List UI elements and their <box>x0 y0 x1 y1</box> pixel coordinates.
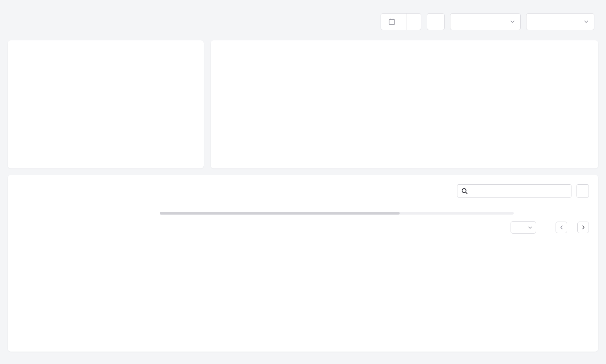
chevron-left-icon <box>560 225 563 230</box>
prev-page-button[interactable] <box>556 222 567 233</box>
date-range-control <box>381 13 421 30</box>
granularity-button[interactable] <box>427 13 445 30</box>
store-select[interactable] <box>450 13 521 30</box>
charts-row <box>8 40 598 168</box>
bar-chart <box>17 70 194 83</box>
table-horizontal-scrollbar <box>17 212 589 215</box>
trend-line-chart-card <box>211 40 598 168</box>
metric-select[interactable] <box>526 13 594 30</box>
filter-search-input[interactable] <box>471 188 567 194</box>
period-button[interactable] <box>381 14 407 30</box>
chevron-down-icon <box>528 226 532 229</box>
rows-per-page-select[interactable] <box>511 221 536 234</box>
calendar-icon <box>388 18 396 26</box>
line-chart <box>220 51 543 146</box>
search-icon <box>461 188 468 194</box>
pagination <box>17 221 589 234</box>
bar-chart-x-axis <box>72 75 194 83</box>
next-page-button[interactable] <box>577 222 589 233</box>
sales-breakdown-card <box>8 175 598 352</box>
chevron-down-icon <box>510 20 515 23</box>
filter-search-box <box>457 184 571 198</box>
date-range-value[interactable] <box>407 14 421 30</box>
page-header <box>0 0 606 30</box>
csv-export-button[interactable] <box>577 184 589 198</box>
scrollbar-thumb[interactable] <box>160 212 400 215</box>
scrollbar-track[interactable] <box>160 212 514 215</box>
chevron-right-icon <box>582 225 585 230</box>
chevron-down-icon <box>584 20 589 23</box>
top-bar-chart-card <box>8 40 204 168</box>
toolbar <box>381 13 594 30</box>
